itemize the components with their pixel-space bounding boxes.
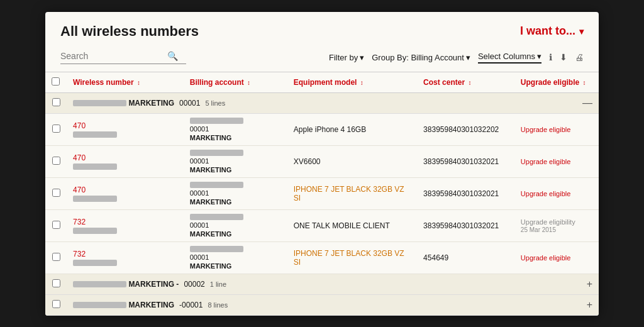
ba-suffix: 00001 xyxy=(190,253,281,261)
group-by-button[interactable]: Group By: Billing Account ▾ xyxy=(372,53,470,62)
table-row: 470 00001 MARKETING XV6600 3839598403010… xyxy=(45,145,599,177)
group-expand-icon[interactable]: + xyxy=(587,299,592,311)
cost-center-value: 383959840301032202 xyxy=(423,125,499,134)
group-header-id: 00001 xyxy=(179,99,200,108)
group-header-checkbox[interactable] xyxy=(52,279,60,287)
print-button[interactable]: 🖨 xyxy=(575,52,584,62)
row-checkbox[interactable] xyxy=(52,157,60,165)
select-all-checkbox[interactable] xyxy=(52,77,60,86)
ba-redacted-bar xyxy=(190,214,243,220)
chevron-down-icon: ▾ xyxy=(579,26,584,36)
info-button[interactable]: ℹ xyxy=(549,52,552,62)
cell-billing-account: 00001 MARKETING xyxy=(184,145,287,177)
select-columns-button[interactable]: Select Columns ▾ xyxy=(478,52,541,64)
col-header-billing-account[interactable]: Billing account ↕ xyxy=(184,72,287,93)
download-button[interactable]: ⬇ xyxy=(560,52,567,62)
filter-chevron-icon: ▾ xyxy=(360,53,364,62)
cell-cost-center: 383959840301032021 xyxy=(417,209,514,241)
cell-upgrade: Upgrade eligible xyxy=(514,113,599,145)
print-icon: 🖨 xyxy=(575,52,584,62)
group-by-chevron-icon: ▾ xyxy=(466,53,470,62)
cell-wireless-number: 732 xyxy=(67,241,184,274)
col-header-cost-center[interactable]: Cost center ↕ xyxy=(417,72,514,93)
cell-upgrade: Upgrade eligible xyxy=(514,145,599,177)
cell-billing-account: 00001 MARKETING xyxy=(184,177,287,209)
equipment-model: IPHONE 7 JET BLACK 32GB VZ SI xyxy=(294,185,404,202)
cell-wireless-number: 470 xyxy=(67,145,184,177)
group-collapse-icon[interactable]: — xyxy=(582,97,592,109)
cell-wireless-number: 470 xyxy=(67,177,184,209)
wireless-numbers-table: Wireless number ↕ Billing account ↕ Equi… xyxy=(45,72,599,316)
group-header-content: MARKETING -00001 8 lines + xyxy=(67,294,599,315)
cost-center-value: 383959840301032021 xyxy=(423,221,499,230)
table-row: 732 00001 MARKETING ONE TALK MOBILE CLIE… xyxy=(45,209,599,241)
upgrade-date: 25 Mar 2015 xyxy=(521,226,592,233)
equipment-model: ONE TALK MOBILE CLIENT xyxy=(294,221,390,230)
ba-suffix: 00001 xyxy=(190,221,281,229)
upgrade-eligible-link[interactable]: Upgrade eligible xyxy=(521,254,571,262)
ba-name: MARKETING xyxy=(190,166,281,174)
group-header-row: MARKETING 00001 5 lines — xyxy=(45,92,599,113)
cell-equipment: ONE TALK MOBILE CLIENT xyxy=(287,209,417,241)
cell-cost-center: 383959840301032021 xyxy=(417,145,514,177)
search-input[interactable] xyxy=(60,51,167,61)
group-header-checkbox[interactable] xyxy=(52,98,60,106)
filter-button[interactable]: Filter by ▾ xyxy=(329,53,364,62)
wireless-number-link[interactable]: 732 xyxy=(73,250,177,258)
equipment-model: XV6600 xyxy=(294,157,321,166)
cell-upgrade: Upgrade eligible xyxy=(514,177,599,209)
toolbar: 🔍 Filter by ▾ Group By: Billing Account … xyxy=(45,46,599,72)
equipment-model: Apple iPhone 4 16GB xyxy=(294,125,366,134)
wn-redacted-bar xyxy=(73,196,117,202)
ba-redacted-bar xyxy=(190,150,243,156)
group-header-content: MARKETING - 00002 1 line + xyxy=(67,274,599,294)
col-header-upgrade-eligible[interactable]: Upgrade eligible ↕ xyxy=(514,72,599,93)
row-checkbox[interactable] xyxy=(52,221,60,229)
toolbar-right: Filter by ▾ Group By: Billing Account ▾ … xyxy=(329,52,584,64)
ba-redacted-bar xyxy=(190,246,243,252)
group-header-content: MARKETING 00001 5 lines — xyxy=(67,92,599,113)
group-header-cb-cell xyxy=(45,274,67,294)
row-checkbox[interactable] xyxy=(52,189,60,197)
sort-icon-cost: ↕ xyxy=(468,79,471,86)
row-checkbox[interactable] xyxy=(52,253,60,261)
row-checkbox[interactable] xyxy=(52,125,60,133)
wireless-number-link[interactable]: 470 xyxy=(73,186,177,194)
sort-icon-upgrade: ↕ xyxy=(583,79,586,86)
group-by-label: Group By: Billing Account xyxy=(372,53,464,62)
group-header-name: MARKETING xyxy=(128,99,174,108)
group-header-row: MARKETING - 00002 1 line + xyxy=(45,274,599,294)
filter-label: Filter by xyxy=(329,53,358,62)
i-want-to-button[interactable]: I want to... ▾ xyxy=(520,25,584,38)
upgrade-eligible-link[interactable]: Upgrade eligible xyxy=(521,190,571,197)
ba-suffix: 00001 xyxy=(190,157,281,165)
ba-redacted-bar xyxy=(190,182,243,188)
table-row: 470 00001 MARKETING Apple iPhone 4 16GB … xyxy=(45,113,599,145)
group-header-redacted xyxy=(73,302,126,308)
wn-redacted-bar xyxy=(73,164,117,170)
group-expand-icon[interactable]: + xyxy=(587,279,592,290)
wireless-number-link[interactable]: 470 xyxy=(73,153,177,162)
wn-redacted-bar xyxy=(73,131,117,138)
upgrade-eligible-link[interactable]: Upgrade eligible xyxy=(521,126,571,133)
wireless-number-link[interactable]: 470 xyxy=(73,121,177,130)
group-header-count: 5 lines xyxy=(205,99,225,107)
download-icon: ⬇ xyxy=(560,52,567,62)
upgrade-eligible-link[interactable]: Upgrade eligible xyxy=(521,158,571,165)
group-header-redacted xyxy=(73,281,126,287)
cell-cost-center: 454649 xyxy=(417,241,514,274)
group-header-checkbox[interactable] xyxy=(52,300,60,308)
group-header-cb-cell xyxy=(45,294,67,315)
cell-cost-center: 383959840301032021 xyxy=(417,177,514,209)
page-title: All wireless numbers xyxy=(60,23,199,40)
wireless-number-link[interactable]: 732 xyxy=(73,218,177,226)
group-header-count: 1 line xyxy=(210,280,226,288)
col-header-wireless-number[interactable]: Wireless number ↕ xyxy=(67,72,184,93)
page-header: All wireless numbers I want to... ▾ xyxy=(45,12,599,46)
col-header-equipment-model[interactable]: Equipment model ↕ xyxy=(287,72,417,93)
cell-upgrade: Upgrade eligible xyxy=(514,241,599,274)
group-header-id: 00002 xyxy=(184,280,204,289)
sort-icon-wireless: ↕ xyxy=(137,79,140,86)
column-header-row: Wireless number ↕ Billing account ↕ Equi… xyxy=(45,72,599,93)
select-columns-label: Select Columns xyxy=(478,52,535,61)
